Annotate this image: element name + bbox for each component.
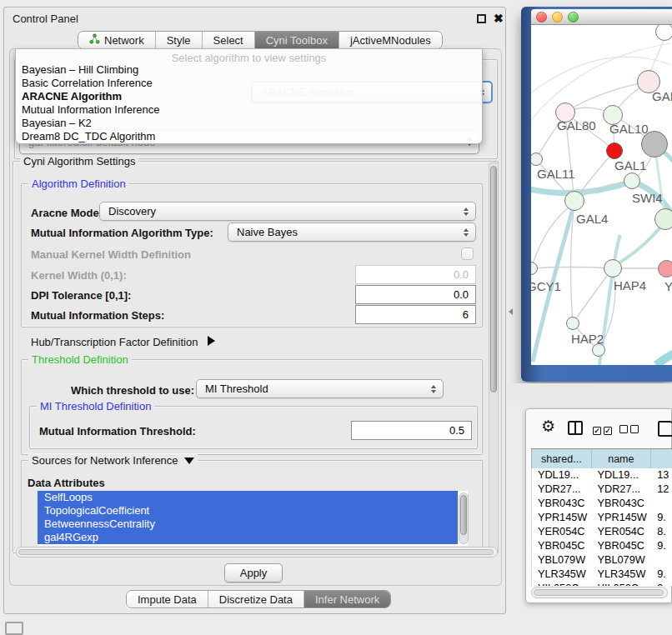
table-cell[interactable]: YIL052C <box>532 582 592 586</box>
dpi-tolerance-field[interactable]: 0.0 <box>355 285 476 304</box>
table-cell[interactable]: 9. <box>651 511 672 525</box>
table-cell[interactable]: 9. <box>651 568 672 582</box>
dropdown-item[interactable]: Dream8 DC_TDC Algorithm <box>21 130 478 143</box>
select-all-columns-icon[interactable]: ✓✓ <box>593 423 614 436</box>
window-close-icon[interactable] <box>536 12 547 22</box>
apply-button[interactable]: Apply <box>224 563 283 582</box>
table-cell[interactable]: YDR27... <box>592 482 652 497</box>
list-item[interactable]: TopologicalCoefficient <box>38 504 458 518</box>
unselect-all-columns-icon[interactable] <box>619 423 641 436</box>
float-panel-icon[interactable] <box>477 14 486 23</box>
table-cell[interactable]: YDL19... <box>592 468 652 482</box>
table-row[interactable]: YDR27... YDR27... 12 <box>532 482 672 497</box>
dropdown-item[interactable]: Basic Correlation Inference <box>21 77 478 90</box>
tab-jactivemnodules[interactable]: jActiveMNodules <box>339 32 442 48</box>
column-header-partial[interactable] <box>651 449 672 468</box>
table-cell[interactable]: YBR043C <box>532 497 592 511</box>
splitter-handle-icon[interactable] <box>509 308 513 315</box>
table-cell[interactable]: 9. <box>651 539 672 553</box>
table-row[interactable]: YDL19... YDL19... 13 <box>532 468 672 482</box>
table-cell[interactable]: YDL19... <box>532 468 592 482</box>
network-window-titlebar[interactable] <box>531 9 672 25</box>
table-cell[interactable]: YLR345W <box>532 568 592 582</box>
table-cell[interactable] <box>651 497 672 511</box>
tab-network[interactable]: Network <box>78 32 155 48</box>
table-row[interactable]: YER054C YER054C 8. <box>532 525 672 539</box>
network-node[interactable] <box>654 208 672 230</box>
expander-expanded-icon[interactable] <box>184 458 194 464</box>
restore-panel-icon[interactable] <box>5 622 23 635</box>
list-item[interactable]: gal4RGexp <box>38 531 458 544</box>
dropdown-item[interactable]: Bayesian – Hill Climbing <box>21 63 478 77</box>
which-threshold-combobox[interactable]: MI Threshold <box>196 379 444 398</box>
table-cell[interactable]: YIL052C <box>592 582 652 586</box>
attributes-scrollbar[interactable] <box>459 492 469 544</box>
list-item[interactable]: SelfLoops <box>38 491 458 504</box>
settings-hscrollbar-thumb[interactable] <box>18 549 494 555</box>
network-node-salmon[interactable] <box>658 260 672 278</box>
table-cell[interactable]: 9. <box>651 582 672 586</box>
table-row[interactable]: YLR345W YLR345W 9. <box>532 568 672 582</box>
table-hscrollbar-thumb[interactable] <box>534 589 664 596</box>
network-node-swi4[interactable] <box>624 172 640 189</box>
mi-threshold-field[interactable]: 0.5 <box>351 421 472 440</box>
table-row[interactable]: YBR043C YBR043C <box>532 497 672 511</box>
kernel-width-field[interactable]: 0.0 <box>355 265 476 284</box>
export-table-icon[interactable] <box>658 421 672 437</box>
tab-infer-network[interactable]: Infer Network <box>303 591 390 608</box>
table-cell[interactable]: YBL079W <box>592 553 652 568</box>
table-cell[interactable]: YER054C <box>532 525 592 539</box>
table-cell[interactable]: YBR043C <box>592 497 652 511</box>
table-cell[interactable]: YDR27... <box>532 482 592 497</box>
table-cell[interactable]: YER054C <box>592 525 652 539</box>
table-cell[interactable]: YLR345W <box>592 568 652 582</box>
dropdown-item[interactable]: Mutual Information Inference <box>21 103 478 117</box>
gear-icon[interactable]: ⚙ <box>541 418 555 434</box>
table-cell[interactable]: YPR145W <box>532 511 592 525</box>
hub-expander[interactable]: Hub/Transcription Factor Definition <box>31 336 215 348</box>
settings-hscrollbar[interactable] <box>16 547 498 558</box>
window-zoom-icon[interactable] <box>568 12 579 22</box>
table-cell[interactable]: 8. <box>651 525 672 539</box>
table-cell[interactable]: 12 <box>651 482 672 497</box>
dropdown-item[interactable]: Bayesian – K2 <box>21 117 478 130</box>
network-node-hap2[interactable] <box>566 317 579 330</box>
network-node-gal1-selected[interactable] <box>606 142 623 159</box>
tab-select[interactable]: Select <box>202 32 254 48</box>
tab-discretize-data[interactable]: Discretize Data <box>208 591 303 608</box>
mi-steps-field[interactable]: 6 <box>355 305 476 324</box>
network-node[interactable] <box>655 25 672 41</box>
window-minimize-icon[interactable] <box>552 12 563 22</box>
expander-collapsed-icon[interactable] <box>208 336 215 346</box>
table-row[interactable]: YBL079W YBL079W <box>532 553 672 568</box>
column-header-name[interactable]: name <box>592 449 652 468</box>
tab-style[interactable]: Style <box>155 32 202 48</box>
table-hscrollbar[interactable] <box>531 587 668 598</box>
network-node-gal4[interactable] <box>564 191 584 211</box>
network-node-hap4[interactable] <box>604 259 622 278</box>
attributes-scrollbar-thumb[interactable] <box>460 495 467 535</box>
column-header-shared-name[interactable]: shared... <box>532 449 592 468</box>
table-cell[interactable]: 13 <box>651 468 672 482</box>
table-row[interactable]: YPR145W YPR145W 9. <box>532 511 672 525</box>
aracne-mode-combobox[interactable]: Discovery <box>99 202 476 221</box>
table-cell[interactable]: YBL079W <box>532 553 592 568</box>
manual-kernel-checkbox[interactable] <box>461 248 474 260</box>
mi-type-combobox[interactable]: Naive Bayes <box>228 222 476 242</box>
network-canvas[interactable]: GAL GAL80 GAL10 GAL1 GAL11 SWI4 GAL4 GCY… <box>531 25 672 365</box>
tab-impute-data[interactable]: Impute Data <box>127 591 208 608</box>
table-cell[interactable] <box>651 553 672 568</box>
table-cell[interactable]: YBR045C <box>532 539 592 553</box>
table-cell[interactable]: YPR145W <box>592 511 652 525</box>
settings-scrollbar-thumb[interactable] <box>490 166 497 392</box>
tab-cyni-toolbox[interactable]: Cyni Toolbox <box>254 32 339 48</box>
split-columns-icon[interactable] <box>568 421 583 435</box>
tab-label: Cyni Toolbox <box>266 34 328 47</box>
dropdown-item-selected[interactable]: ARACNE Algorithm <box>21 90 478 103</box>
settings-scrollbar[interactable] <box>489 162 499 551</box>
table-row[interactable]: YBR045C YBR045C 9. <box>532 539 672 553</box>
table-cell[interactable]: YBR045C <box>592 539 652 553</box>
list-item[interactable]: BetweennessCentrality <box>38 518 458 531</box>
table-row[interactable]: YIL052C YIL052C 9. <box>532 582 672 586</box>
close-panel-icon[interactable]: ✖ <box>494 12 504 25</box>
